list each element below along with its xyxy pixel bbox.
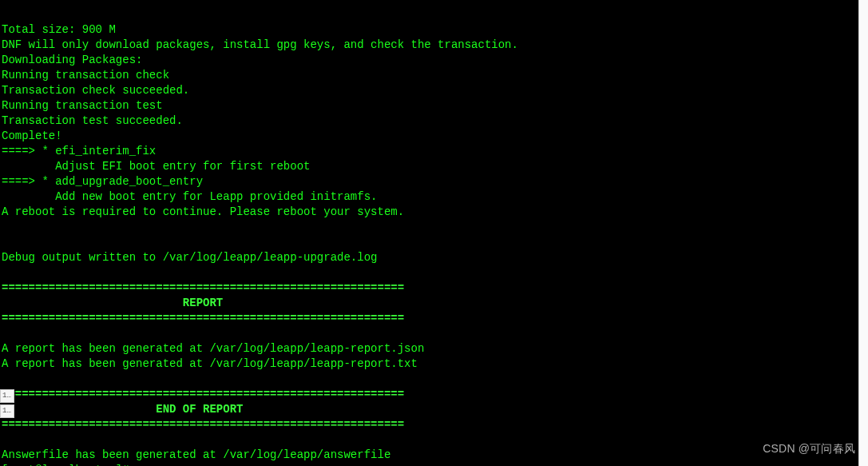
terminal-line: Running transaction check [2, 68, 857, 83]
watermark-text: CSDN @可问春风 [763, 441, 855, 456]
terminal-line [2, 265, 857, 281]
terminal-line: Debug output written to /var/log/leapp/l… [2, 250, 857, 265]
terminal-line: Transaction test succeeded. [2, 114, 857, 129]
terminal-line: A reboot is required to continue. Please… [2, 205, 857, 220]
terminal-line: Downloading Packages: [2, 53, 857, 68]
terminal-line: Adjust EFI boot entry for first reboot [2, 159, 857, 174]
terminal-line: ========================================… [2, 417, 857, 432]
terminal-line: Transaction check succeeded. [2, 83, 857, 98]
terminal-line: ====> * add_upgrade_boot_entry [2, 174, 857, 189]
terminal-line: [root@localhost ~]# [2, 463, 857, 466]
terminal-output[interactable]: Total size: 900 MDNF will only download … [0, 0, 858, 466]
terminal-line: Complete! [2, 129, 857, 144]
terminal-line: ========================================… [2, 387, 857, 402]
terminal-line: A report has been generated at /var/log/… [2, 341, 857, 356]
terminal-line [2, 372, 857, 387]
scrollbar-track[interactable] [858, 0, 868, 466]
terminal-line: DNF will only download packages, install… [2, 38, 857, 53]
terminal-line [2, 432, 857, 448]
terminal-line: Total size: 900 M [2, 22, 857, 38]
terminal-line: ========================================… [2, 311, 857, 326]
terminal-line: ====> * efi_interim_fix [2, 144, 857, 159]
terminal-line [2, 326, 857, 341]
terminal-line: ========================================… [2, 281, 857, 296]
terminal-line [2, 220, 857, 235]
side-tabs: 1… 1… [0, 389, 14, 418]
terminal-line: END OF REPORT [2, 402, 857, 417]
terminal-line: REPORT [2, 296, 857, 311]
side-tab-1[interactable]: 1… [0, 389, 14, 403]
terminal-line: Add new boot entry for Leapp provided in… [2, 189, 857, 205]
terminal-line [2, 235, 857, 250]
terminal-line: Running transaction test [2, 98, 857, 114]
terminal-line: Answerfile has been generated at /var/lo… [2, 448, 857, 463]
side-tab-2[interactable]: 1… [0, 404, 14, 418]
terminal-line: A report has been generated at /var/log/… [2, 356, 857, 372]
